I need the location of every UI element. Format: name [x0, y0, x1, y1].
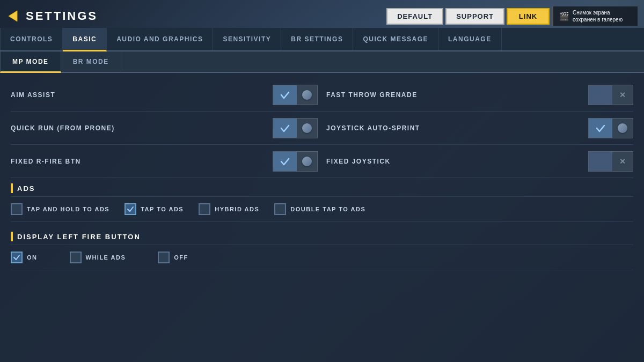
fire-on-item[interactable]: ON — [11, 252, 38, 263]
screenshot-badge: 🎬 Снимок экрана сохранен в галерею — [552, 6, 638, 26]
fire-off-item[interactable]: OFF — [158, 252, 188, 263]
aim-assist-dot[interactable] — [297, 85, 317, 105]
quick-run-label: QUICK RUN (FROM PRONE) — [11, 124, 115, 132]
settings-row-3: FIXED R-FIRE BTN FIXED JOYSTICK — [11, 145, 633, 178]
double-tap-checkbox[interactable] — [274, 203, 286, 215]
tab-br-settings[interactable]: BR SETTINGS — [281, 28, 353, 50]
tab-mp-mode[interactable]: MP MODE — [0, 51, 61, 73]
tap-hold-item[interactable]: TAP AND HOLD TO ADS — [11, 203, 109, 215]
fixed-rfire-label: FIXED R-FIRE BTN — [11, 158, 81, 165]
ads-options-row: TAP AND HOLD TO ADS TAP TO ADS HYBRID AD… — [11, 197, 633, 222]
tap-to-ads-label: TAP TO ADS — [141, 206, 184, 212]
camera-icon: 🎬 — [559, 11, 569, 21]
hybrid-ads-item[interactable]: HYBRID ADS — [199, 203, 259, 215]
ads-accent — [11, 183, 13, 193]
screenshot-text: Снимок экрана сохранен в галерею — [573, 9, 632, 23]
aim-assist-check[interactable] — [273, 85, 297, 105]
tab-language[interactable]: LANGUAGE — [438, 28, 502, 50]
quick-run-item: QUICK RUN (FROM PRONE) — [11, 114, 318, 143]
fixed-joystick-x[interactable]: ✕ — [612, 152, 633, 171]
joystick-sprint-check[interactable] — [589, 119, 612, 138]
tab-bar: CONTROLS BASIC AUDIO AND GRAPHICS SENSIT… — [0, 28, 644, 51]
aim-assist-toggle[interactable] — [273, 85, 318, 105]
ads-section-header: ADS — [11, 178, 633, 197]
fire-off-checkbox[interactable] — [158, 252, 170, 263]
fast-throw-toggle[interactable]: ✕ — [588, 85, 633, 105]
fast-throw-dot[interactable] — [589, 85, 612, 105]
header: SETTINGS DEFAULT SUPPORT LINK 🎬 Снимок э… — [0, 0, 644, 28]
tab-basic[interactable]: BASIC — [63, 28, 107, 51]
joystick-sprint-dot[interactable] — [612, 119, 633, 138]
settings-row-1: AIM ASSIST FAST THROW GRENADE — [11, 78, 633, 112]
svg-marker-0 — [9, 11, 17, 21]
fixed-joystick-toggle[interactable]: ✕ — [588, 151, 633, 172]
header-right: DEFAULT SUPPORT LINK 🎬 Снимок экрана сох… — [386, 6, 638, 26]
support-button[interactable]: SUPPORT — [445, 8, 504, 25]
joystick-sprint-label: JOYSTICK AUTO-SPRINT — [326, 124, 420, 132]
link-button[interactable]: LINK — [507, 8, 550, 25]
fire-on-label: ON — [27, 254, 38, 261]
fixed-rfire-check[interactable] — [273, 152, 297, 171]
hybrid-ads-label: HYBRID ADS — [215, 206, 259, 212]
tab-sensitivity[interactable]: SENSITIVITY — [213, 28, 281, 50]
hybrid-ads-checkbox[interactable] — [199, 203, 210, 215]
tab-controls[interactable]: CONTROLS — [0, 28, 63, 50]
fire-off-label: OFF — [174, 254, 188, 261]
quick-run-toggle[interactable] — [273, 118, 318, 138]
display-fire-header: DISPLAY LEFT FIRE BUTTON — [11, 226, 633, 245]
tab-quick-message[interactable]: QUICK MESSAGE — [353, 28, 438, 50]
quick-run-dot[interactable] — [297, 119, 317, 138]
tap-hold-checkbox[interactable] — [11, 203, 23, 215]
fixed-rfire-item: FIXED R-FIRE BTN — [11, 147, 318, 176]
double-tap-item[interactable]: DOUBLE TAP TO ADS — [274, 203, 365, 215]
settings-body: AIM ASSIST FAST THROW GRENADE — [0, 73, 644, 280]
fire-on-checkbox[interactable] — [11, 252, 23, 263]
tap-to-ads-item[interactable]: TAP TO ADS — [125, 203, 184, 215]
tap-to-ads-checkbox[interactable] — [125, 203, 136, 215]
fixed-rfire-dot[interactable] — [297, 152, 317, 171]
tab-audio-graphics[interactable]: AUDIO AND GRAPHICS — [107, 28, 213, 50]
ads-title: ADS — [17, 184, 35, 193]
settings-row-2: QUICK RUN (FROM PRONE) JOYSTICK AUTO-SPR… — [11, 112, 633, 145]
aim-assist-item: AIM ASSIST — [11, 80, 318, 109]
double-tap-label: DOUBLE TAP TO ADS — [290, 206, 365, 212]
fixed-joystick-item: FIXED JOYSTICK ✕ — [326, 147, 633, 176]
quick-run-check[interactable] — [273, 119, 297, 138]
fixed-rfire-toggle[interactable] — [273, 151, 318, 172]
display-fire-accent — [11, 232, 13, 241]
fixed-joystick-dot[interactable] — [589, 152, 612, 171]
fixed-joystick-label: FIXED JOYSTICK — [326, 158, 391, 165]
tap-hold-label: TAP AND HOLD TO ADS — [27, 206, 109, 212]
default-button[interactable]: DEFAULT — [386, 8, 443, 25]
page-title: SETTINGS — [26, 9, 98, 23]
fire-while-ads-checkbox[interactable] — [70, 252, 82, 263]
aim-assist-label: AIM ASSIST — [11, 91, 55, 99]
fire-while-ads-item[interactable]: WHILE ADS — [70, 252, 126, 263]
tab-br-mode[interactable]: BR MODE — [61, 51, 121, 72]
back-button[interactable] — [4, 8, 21, 25]
display-fire-section: DISPLAY LEFT FIRE BUTTON ON WHILE ADS — [11, 222, 633, 275]
joystick-sprint-item: JOYSTICK AUTO-SPRINT — [326, 114, 633, 143]
display-fire-title: DISPLAY LEFT FIRE BUTTON — [17, 233, 141, 241]
content-area: MP MODE BR MODE AIM ASSIST — [0, 51, 644, 362]
fire-while-ads-label: WHILE ADS — [86, 254, 126, 261]
fast-throw-item: FAST THROW GRENADE ✕ — [326, 80, 633, 109]
joystick-sprint-toggle[interactable] — [588, 118, 633, 138]
fast-throw-x[interactable]: ✕ — [612, 85, 633, 105]
mode-tabs: MP MODE BR MODE — [0, 51, 644, 73]
header-left: SETTINGS — [4, 8, 98, 25]
display-fire-options-row: ON WHILE ADS OFF — [11, 245, 633, 270]
fast-throw-label: FAST THROW GRENADE — [326, 91, 418, 99]
